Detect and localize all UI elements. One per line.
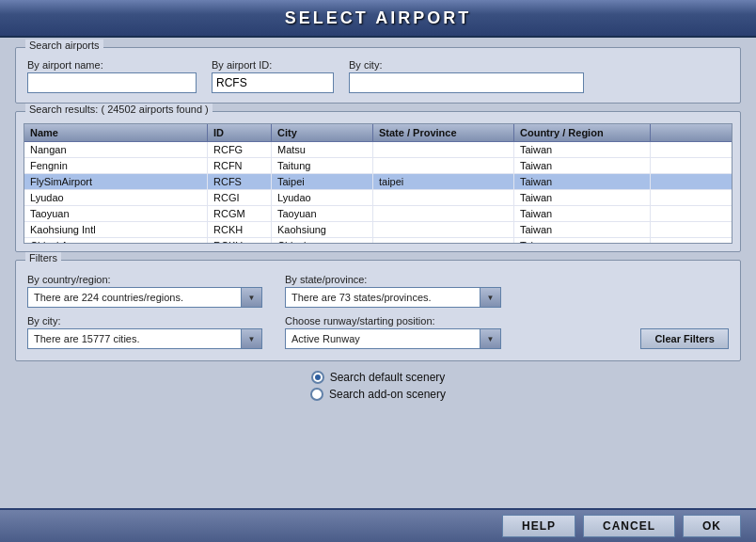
cell-city: Matsu xyxy=(272,142,373,157)
cancel-button[interactable]: CANCEL xyxy=(583,515,675,537)
cell-id: RCGI xyxy=(208,190,272,205)
cell-country: Taiwan xyxy=(514,238,651,243)
cell-id: RCFG xyxy=(208,142,272,157)
state-filter-label: By state/province: xyxy=(285,274,501,285)
runway-dropdown-btn[interactable]: ▼ xyxy=(480,329,500,348)
country-filter-label: By country/region: xyxy=(27,274,262,285)
cell-name: Fengnin xyxy=(24,158,208,173)
scenery-option1-radio[interactable] xyxy=(311,371,324,384)
city-dropdown[interactable]: There are 15777 cities. ▼ xyxy=(27,328,262,349)
col-header-city: City xyxy=(272,124,373,141)
bottom-bar: HELP CANCEL OK xyxy=(0,508,756,542)
cell-state xyxy=(373,206,514,221)
filters-label: Filters xyxy=(25,252,61,263)
runway-dropdown[interactable]: Active Runway ▼ xyxy=(285,328,501,349)
state-dropdown-btn[interactable]: ▼ xyxy=(480,288,500,307)
table-row[interactable]: Nangan RCFG Matsu Taiwan xyxy=(24,142,732,158)
state-dropdown-arrow-icon: ▼ xyxy=(487,294,495,302)
help-button[interactable]: HELP xyxy=(502,515,575,537)
city-dropdown-btn[interactable]: ▼ xyxy=(241,329,261,348)
scenery-option2-row[interactable]: Search add-on scenery xyxy=(310,388,446,401)
state-filter-group: By state/province: There are 73 states/p… xyxy=(285,274,501,308)
search-airports-group: Search airports By airport name: By airp… xyxy=(15,47,741,104)
city-dropdown-arrow-icon: ▼ xyxy=(248,335,256,343)
country-dropdown[interactable]: There are 224 countries/regions. ▼ xyxy=(27,287,262,308)
cell-id: RCFS xyxy=(208,174,272,189)
cell-country: Taiwan xyxy=(514,142,651,157)
cell-state xyxy=(373,222,514,237)
cell-name: FlySimAirport xyxy=(24,174,208,189)
cell-city: Kaohsiung xyxy=(272,222,373,237)
filters-group: Filters By country/region: There are 224… xyxy=(15,260,741,361)
cell-country: Taiwan xyxy=(514,190,651,205)
airport-id-field-group: By airport ID: xyxy=(212,59,334,93)
col-header-id: ID xyxy=(208,124,272,141)
table-row[interactable]: Chiayi Aero RCKU Chiayi Taiwan xyxy=(24,238,732,243)
cell-city: Taitung xyxy=(272,158,373,173)
state-dropdown-value: There are 73 states/provinces. xyxy=(286,290,480,305)
airport-name-input[interactable] xyxy=(27,72,197,93)
city-input[interactable] xyxy=(349,72,584,93)
state-dropdown[interactable]: There are 73 states/provinces. ▼ xyxy=(285,287,501,308)
cell-city: Chiayi xyxy=(272,238,373,243)
by-name-label: By airport name: xyxy=(27,59,197,71)
cell-country: Taiwan xyxy=(514,222,651,237)
city-field-group: By city: xyxy=(349,59,584,93)
cell-country: Taiwan xyxy=(514,158,651,173)
scenery-option2-radio[interactable] xyxy=(310,388,323,401)
cell-name: Kaohsiung Intl xyxy=(24,222,208,237)
table-body: Nangan RCFG Matsu Taiwan Fengnin RCFN Ta… xyxy=(24,142,732,243)
cell-id: RCKU xyxy=(208,238,272,243)
runway-filter-group: Choose runway/starting position: Active … xyxy=(285,315,501,349)
scenery-option1-label: Search default scenery xyxy=(330,371,446,384)
city-dropdown-value: There are 15777 cities. xyxy=(28,331,241,346)
col-header-state: State / Province xyxy=(373,124,514,141)
table-row[interactable]: Lyudao RCGI Lyudao Taiwan xyxy=(24,190,732,206)
dialog-title: SELECT AIRPORT xyxy=(285,8,471,28)
cell-state xyxy=(373,190,514,205)
cell-state xyxy=(373,142,514,157)
cell-id: RCFN xyxy=(208,158,272,173)
cell-city: Taipei xyxy=(272,174,373,189)
country-dropdown-btn[interactable]: ▼ xyxy=(241,288,261,307)
runway-filter-label: Choose runway/starting position: xyxy=(285,315,501,327)
runway-dropdown-arrow-icon: ▼ xyxy=(487,335,495,343)
cell-id: RCGM xyxy=(208,206,272,221)
scenery-option1-row[interactable]: Search default scenery xyxy=(311,371,446,384)
ok-button[interactable]: OK xyxy=(683,515,741,537)
clear-filters-button[interactable]: Clear Filters xyxy=(640,328,729,349)
by-id-label: By airport ID: xyxy=(212,59,334,71)
country-dropdown-arrow-icon: ▼ xyxy=(248,294,256,302)
col-header-name: Name xyxy=(24,124,208,141)
table-row[interactable]: FlySimAirport RCFS Taipei taipei Taiwan xyxy=(24,174,732,190)
search-results-group: Search results: ( 24502 airports found )… xyxy=(15,111,741,252)
table-row[interactable]: Kaohsiung Intl RCKH Kaohsiung Taiwan xyxy=(24,222,732,238)
table-row[interactable]: Taoyuan RCGM Taoyuan Taiwan xyxy=(24,206,732,222)
results-table: Name ID City State / Province Country / … xyxy=(24,123,732,244)
table-header: Name ID City State / Province Country / … xyxy=(24,124,732,142)
search-airports-label: Search airports xyxy=(25,40,103,51)
col-header-country: Country / Region xyxy=(514,124,651,141)
cell-name: Lyudao xyxy=(24,190,208,205)
cell-state xyxy=(373,158,514,173)
cell-state: taipei xyxy=(373,174,514,189)
country-filter-group: By country/region: There are 224 countri… xyxy=(27,274,262,308)
runway-dropdown-value: Active Runway xyxy=(286,331,480,346)
cell-country: Taiwan xyxy=(514,174,651,189)
airport-name-field-group: By airport name: xyxy=(27,59,197,93)
title-bar: SELECT AIRPORT xyxy=(0,0,756,38)
cell-id: RCKH xyxy=(208,222,272,237)
cell-country: Taiwan xyxy=(514,206,651,221)
country-dropdown-value: There are 224 countries/regions. xyxy=(28,290,241,305)
scenery-option2-label: Search add-on scenery xyxy=(329,388,446,401)
search-results-label: Search results: ( 24502 airports found ) xyxy=(25,104,213,115)
city-filter-group: By city: There are 15777 cities. ▼ xyxy=(27,315,262,349)
airport-id-input[interactable] xyxy=(212,72,334,93)
cell-city: Taoyuan xyxy=(272,206,373,221)
cell-name: Taoyuan xyxy=(24,206,208,221)
cell-name: Nangan xyxy=(24,142,208,157)
table-row[interactable]: Fengnin RCFN Taitung Taiwan xyxy=(24,158,732,174)
cell-city: Lyudao xyxy=(272,190,373,205)
by-city-label: By city: xyxy=(349,59,584,71)
cell-name: Chiayi Aero xyxy=(24,238,208,243)
